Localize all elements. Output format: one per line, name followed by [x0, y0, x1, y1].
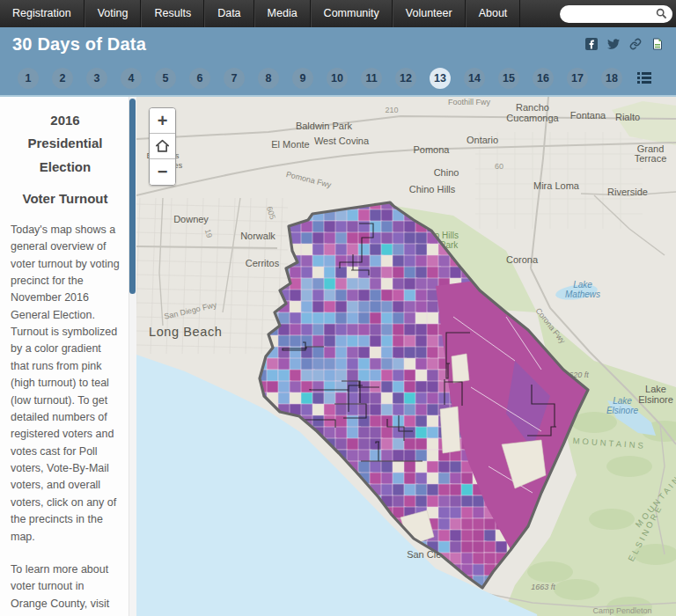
sidebar-paragraph: Today's map shows a general overview of …	[11, 222, 120, 546]
day-button-18[interactable]: 18	[601, 68, 622, 89]
day-button-8[interactable]: 8	[258, 68, 279, 89]
map-label: Elsinore	[606, 406, 639, 415]
map-label: West Covina	[314, 136, 370, 146]
document-icon[interactable]	[651, 38, 664, 50]
nav-item-community[interactable]: Community	[311, 0, 393, 27]
day-button-6[interactable]: 6	[189, 68, 210, 89]
map-label: 60	[495, 162, 503, 171]
map-label: Lake	[573, 280, 592, 290]
map-label: Long Beach	[149, 325, 222, 339]
map-label: Rialto	[615, 112, 640, 122]
link-icon[interactable]	[629, 38, 642, 50]
day-button-5[interactable]: 5	[155, 68, 176, 89]
sidebar-paragraph: To learn more about voter turnout in Ora…	[11, 561, 120, 616]
home-icon	[155, 139, 170, 153]
day-button-2[interactable]: 2	[52, 68, 73, 89]
nav-item-media[interactable]: Media	[254, 0, 311, 27]
sidebar: 2016PresidentialElection Voter Turnout T…	[0, 97, 129, 616]
map-label: Mathews	[565, 290, 600, 299]
map-label: El Monte	[271, 139, 309, 150]
sidebar-subheading: Voter Turnout	[11, 191, 120, 206]
map-label: Rancho	[516, 102, 549, 113]
map-label: Downey	[173, 214, 209, 224]
day-list-button[interactable]	[636, 68, 653, 89]
twitter-icon[interactable]	[607, 38, 620, 50]
map-label: Pomona	[414, 144, 451, 155]
map-label: Cucamonga	[506, 113, 559, 123]
search-area	[560, 0, 676, 27]
social-icons	[585, 38, 664, 50]
day-button-17[interactable]: 17	[567, 68, 588, 89]
top-nav-list: RegistrationVotingResultsDataMediaCommun…	[0, 0, 520, 27]
sidebar-heading-line: Election	[11, 156, 120, 179]
day-button-16[interactable]: 16	[533, 68, 554, 89]
map-label: 210	[385, 106, 398, 114]
facebook-icon[interactable]	[585, 38, 598, 50]
map-label: Camp Pendleton	[592, 606, 651, 615]
day-button-7[interactable]: 7	[224, 68, 245, 89]
day-button-11[interactable]: 11	[361, 68, 382, 89]
map-canvas[interactable]: Foothill Fwy210RanchoCucamongaFontanaRia…	[136, 97, 676, 616]
scrollbar-thumb[interactable]	[129, 99, 136, 294]
map-label: Terrace	[635, 153, 667, 164]
header-band: 30 Days of Data 123456789101112131415161…	[0, 27, 676, 97]
map-label: Baldwin Park	[296, 121, 353, 131]
day-button-10[interactable]: 10	[327, 68, 348, 89]
map-label: Fontana	[570, 110, 606, 121]
day-button-12[interactable]: 12	[395, 68, 416, 89]
day-button-14[interactable]: 14	[464, 68, 485, 89]
map-zoom-control: + −	[149, 107, 176, 186]
nav-item-voting[interactable]: Voting	[84, 0, 142, 27]
zoom-out-button[interactable]: −	[150, 159, 175, 185]
map-label: Riverside	[607, 187, 648, 197]
map-label: Ontario	[467, 135, 498, 145]
top-nav: RegistrationVotingResultsDataMediaCommun…	[0, 0, 676, 27]
app-window: RegistrationVotingResultsDataMediaCommun…	[0, 0, 676, 616]
sidebar-paragraphs: Today's map shows a general overview of …	[11, 222, 120, 616]
map-label: Lake	[613, 396, 632, 406]
day-nav: 123456789101112131415161718	[0, 61, 676, 95]
map-label: Cerritos	[246, 258, 280, 268]
day-button-13[interactable]: 13	[430, 68, 451, 89]
sidebar-heading-line: Presidential	[11, 132, 120, 155]
list-view-icon	[637, 72, 651, 84]
map-label: Corona	[506, 254, 539, 265]
map-label: Mira Loma	[533, 180, 580, 191]
map-label: Chino Hills	[409, 184, 456, 194]
home-button[interactable]	[150, 134, 175, 159]
sidebar-heading-line: 2016	[11, 109, 120, 132]
day-button-4[interactable]: 4	[121, 68, 142, 89]
day-button-1[interactable]: 1	[18, 68, 39, 89]
map-label: Chino	[434, 167, 459, 178]
map-label: Foothill Fwy	[448, 98, 491, 106]
sidebar-scrollbar[interactable]	[129, 97, 136, 616]
day-button-3[interactable]: 3	[86, 68, 107, 89]
zoom-in-button[interactable]: +	[150, 108, 175, 134]
map-label: Elsinore	[638, 394, 673, 405]
map-label: Lake	[645, 384, 666, 394]
day-button-9[interactable]: 9	[292, 68, 313, 89]
nav-item-results[interactable]: Results	[141, 0, 204, 27]
page-title: 30 Days of Data	[12, 34, 146, 55]
nav-item-about[interactable]: About	[466, 0, 521, 27]
search-icon[interactable]	[656, 8, 667, 19]
nav-item-registration[interactable]: Registration	[0, 0, 84, 27]
esri-map[interactable]: Foothill Fwy210RanchoCucamongaFontanaRia…	[136, 97, 676, 616]
sidebar-heading: 2016PresidentialElection	[11, 109, 120, 179]
map-label: Norwalk	[240, 231, 276, 241]
map-label: 1663 ft	[531, 583, 555, 591]
nav-item-data[interactable]: Data	[204, 0, 254, 27]
nav-item-volunteer[interactable]: Volunteer	[393, 0, 466, 27]
day-button-15[interactable]: 15	[498, 68, 519, 89]
